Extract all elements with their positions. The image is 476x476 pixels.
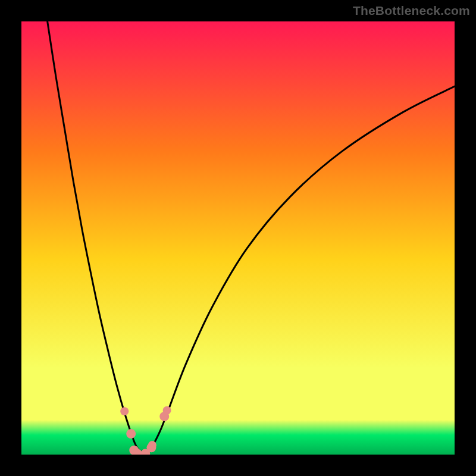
chart-frame: TheBottleneck.com [0, 0, 476, 476]
data-marker [126, 429, 136, 439]
bottleneck-chart-svg [21, 21, 455, 455]
data-marker [120, 407, 129, 415]
gradient-background [21, 21, 455, 455]
watermark-text: TheBottleneck.com [353, 4, 470, 18]
plot-area [21, 21, 455, 455]
data-marker [163, 406, 171, 415]
data-marker [148, 441, 156, 449]
